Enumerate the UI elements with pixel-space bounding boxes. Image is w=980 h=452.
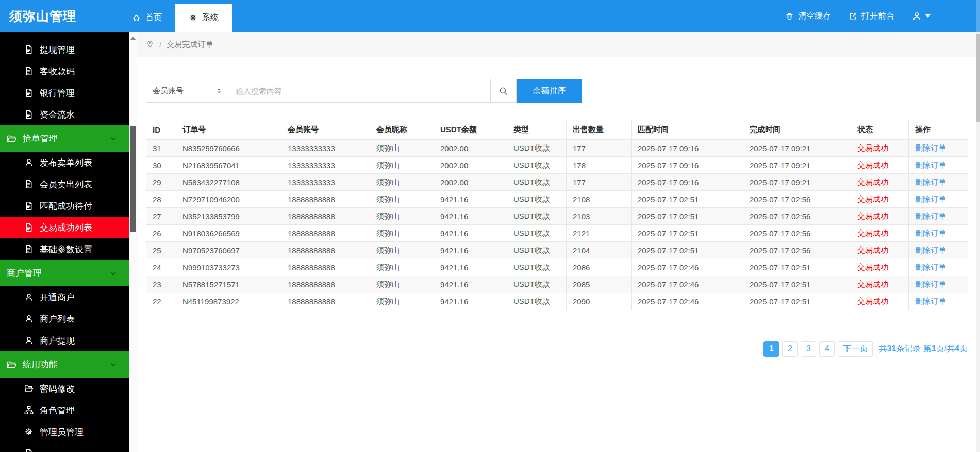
clear-cache-button[interactable]: 清空缓存 (785, 11, 831, 22)
sidebar-item[interactable]: 管理员管理 (0, 421, 129, 443)
table-cell: N918036266569 (176, 225, 281, 242)
sidebar-item[interactable]: 客收款码 (0, 60, 129, 82)
search-field-select[interactable]: 会员账号 (146, 79, 228, 103)
table-cell: 2025-07-17 09:16 (632, 157, 743, 174)
sidebar-item[interactable]: 交易成功列表 (0, 217, 129, 238)
table-cell: 2002.00 (434, 174, 507, 191)
delete-order-link[interactable]: 删除订单 (915, 195, 946, 203)
delete-order-link[interactable]: 删除订单 (915, 246, 946, 254)
open-frontend-button[interactable]: 打开前台 (849, 11, 894, 22)
search-input[interactable] (228, 79, 491, 103)
action-cell: 删除订单 (909, 259, 968, 276)
page-button-4[interactable]: 4 (819, 341, 835, 357)
delete-order-link[interactable]: 删除订单 (915, 143, 946, 152)
table-cell: 177 (567, 140, 632, 157)
status-cell: 交易成功 (851, 174, 909, 191)
page-button-3[interactable]: 3 (801, 341, 816, 357)
table-cell: USDT收款 (507, 208, 567, 225)
sidebar-section[interactable]: 抢单管理 (0, 125, 129, 152)
sidebar-item[interactable]: 开通商户 (0, 286, 129, 308)
table-cell: N578815271571 (176, 276, 281, 293)
table-cell: 须弥山 (370, 225, 434, 242)
gear-icon (189, 13, 197, 22)
table-cell: 须弥山 (370, 259, 434, 276)
table-cell: 18888888888 (281, 293, 370, 310)
sidebar-item-label: 商户管理 (7, 267, 42, 279)
sidebar-item[interactable] (0, 443, 129, 452)
sidebar-item[interactable]: 商户提现 (0, 330, 129, 351)
map-marker-icon (146, 40, 154, 49)
table-cell: 2025-07-17 02:46 (632, 259, 743, 276)
sidebar-item-label: 资金流水 (40, 109, 75, 121)
sidebar-item[interactable]: 银行管理 (0, 82, 129, 104)
table-cell: 2025-07-17 02:51 (743, 259, 851, 276)
sidebar-item[interactable]: 发布卖单列表 (0, 152, 129, 173)
delete-order-link[interactable]: 删除订单 (915, 212, 946, 220)
table-cell: 13333333333 (281, 174, 370, 191)
table-cell: 须弥山 (370, 174, 434, 191)
column-header: 订单号 (176, 120, 281, 140)
sidebar-item[interactable]: 提现管理 (0, 39, 129, 60)
delete-order-link[interactable]: 删除订单 (915, 160, 946, 169)
delete-order-link[interactable]: 删除订单 (915, 229, 946, 237)
table-cell: 2025-07-17 02:56 (743, 191, 851, 208)
table-cell: 31 (146, 140, 176, 157)
action-cell: 删除订单 (909, 157, 968, 174)
action-cell: 删除订单 (909, 293, 968, 310)
table-row: 23N57881527157118888888888须弥山9421.16USDT… (146, 276, 968, 293)
delete-order-link[interactable]: 删除订单 (915, 280, 946, 288)
table-cell: USDT收款 (507, 174, 567, 191)
sidebar-item[interactable]: 匹配成功待付 (0, 195, 129, 217)
search-icon (499, 86, 508, 96)
file-icon (24, 449, 34, 452)
caret-down-icon (925, 14, 931, 18)
sidebar-section[interactable]: 商户管理 (0, 260, 129, 286)
sidebar-item[interactable]: 密码修改 (0, 378, 129, 399)
status-cell: 交易成功 (851, 293, 909, 310)
sidebar-item[interactable]: 角色管理 (0, 399, 129, 421)
app-logo: 须弥山管理 (0, 0, 119, 32)
breadcrumb: / 交易完成订单 (137, 32, 976, 57)
delete-order-link[interactable]: 删除订单 (915, 297, 946, 305)
table-cell: USDT收款 (507, 276, 567, 293)
main-content: / 交易完成订单 会员账号 余额排序 ID订单号会员账号会员昵称USDT余额类型… (137, 32, 976, 452)
table-cell: 18888888888 (281, 191, 370, 208)
sidebar-item-label: 统用功能 (23, 359, 58, 370)
table-cell: 2002.00 (434, 140, 507, 157)
user-menu[interactable] (912, 11, 931, 21)
sidebar-item[interactable]: 基础参数设置 (0, 238, 129, 260)
scroll-up-arrow-icon[interactable] (130, 37, 136, 40)
sidebar-item[interactable]: 商户列表 (0, 308, 129, 330)
user-icon (24, 293, 34, 302)
balance-sort-button[interactable]: 余额排序 (517, 79, 582, 103)
search-button[interactable] (491, 79, 517, 103)
table-header-row: ID订单号会员账号会员昵称USDT余额类型出售数量匹配时间完成时间状态操作 (146, 120, 968, 140)
sidebar-section[interactable]: 统用功能 (0, 351, 129, 378)
nav-tab-home[interactable]: 首页 (119, 4, 175, 32)
table-cell: 2104 (567, 242, 632, 259)
file-icon (24, 110, 34, 119)
nav-tab-system[interactable]: 系统 (175, 4, 232, 32)
sidebar-scrollbar-thumb[interactable] (130, 126, 136, 232)
delete-order-link[interactable]: 删除订单 (915, 177, 946, 186)
page-scrollbar[interactable] (976, 0, 980, 452)
sidebar-item[interactable]: 资金流水 (0, 104, 129, 125)
sidebar-item[interactable]: 会员卖出列表 (0, 173, 129, 195)
table-row: 30N21683956704113333333333须弥山2002.00USDT… (146, 157, 968, 174)
action-cell: 删除订单 (909, 276, 968, 293)
table-cell: 13333333333 (281, 140, 370, 157)
sidebar-scrollbar[interactable] (129, 32, 137, 452)
page-button-1[interactable]: 1 (763, 341, 779, 357)
folder-icon (7, 360, 17, 370)
page-button-2[interactable]: 2 (782, 341, 798, 357)
column-header: ID (146, 120, 176, 140)
next-page-button[interactable]: 下一页 (838, 341, 873, 357)
table-row: 27N35213385379918888888888须弥山9421.16USDT… (146, 208, 968, 225)
table-cell: 9421.16 (434, 242, 507, 259)
delete-order-link[interactable]: 删除订单 (915, 263, 946, 271)
table-cell: 18888888888 (281, 225, 370, 242)
table-cell: 2086 (567, 259, 632, 276)
page-scrollbar-thumb[interactable] (976, 34, 980, 122)
table-cell: 22 (146, 293, 176, 310)
action-cell: 删除订单 (909, 191, 968, 208)
